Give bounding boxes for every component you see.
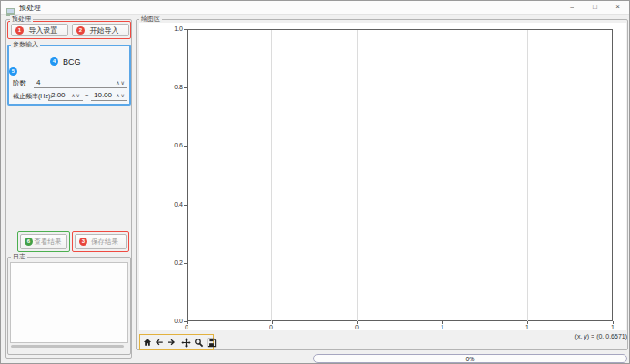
home-icon[interactable] [143, 337, 152, 349]
x-tick-label: 1 [604, 324, 622, 331]
cutoff-low-value: 2.00 [51, 91, 66, 99]
x-tick-label: 0 [178, 324, 196, 331]
cutoff-label: 截止频率(Hz): [13, 92, 52, 101]
app-icon [6, 4, 15, 12]
cutoff-high-value: 10.00 [94, 91, 112, 99]
order-value: 4 [36, 78, 40, 86]
start-import-button[interactable]: 2 开始导入 [72, 24, 129, 36]
x-tick-label: 0 [348, 324, 366, 331]
zoom-icon[interactable] [194, 337, 204, 349]
cutoff-low-spinbox[interactable]: 2.00 ∧∨ [48, 89, 83, 101]
minimize-button[interactable]: – [561, 1, 584, 15]
y-tick-label: 0.2 [161, 259, 183, 267]
order-spinbox[interactable]: 4 ∧∨ [34, 76, 127, 88]
cutoff-high-spinbox[interactable]: 10.00 ∧∨ [91, 89, 127, 101]
gridline [357, 30, 358, 321]
cursor-coords-readout: (x, y) = (0, 0.6571) [511, 333, 627, 339]
start-import-label: 开始导入 [83, 25, 119, 35]
y-tick-label: 0.8 [161, 84, 183, 91]
scrollbar-thumb[interactable] [11, 345, 124, 348]
x-tick-label: 0 [262, 324, 280, 331]
window-title: 预处理 [19, 1, 41, 15]
signal-type-value[interactable]: BCG [63, 57, 81, 66]
save-icon[interactable] [207, 337, 217, 349]
mpl-toolbar [139, 334, 214, 350]
back-arrow-icon[interactable] [155, 337, 164, 349]
badge-6: 6 [25, 238, 33, 246]
plot-axes [187, 29, 613, 321]
close-button[interactable]: × [606, 1, 629, 15]
maximize-button[interactable]: □ [584, 1, 606, 15]
import-settings-label: 导入设置 [22, 25, 58, 35]
x-tick-label: 1 [518, 324, 536, 331]
save-results-label: 保存结果 [83, 238, 118, 247]
gridline [527, 30, 528, 321]
y-tick-label: 0.6 [161, 142, 183, 149]
save-results-button[interactable]: 3 保存结果 [75, 234, 127, 249]
y-tick-marks [184, 29, 187, 322]
y-tick-label: 0.4 [161, 201, 183, 208]
cutoff-high-spinner-icon[interactable]: ∧∨ [116, 93, 126, 99]
app-window: 预处理 – □ × 预处理 1 导入设置 2 开始导入 参数输入 4 BCG 5… [0, 0, 630, 364]
progress-bar: 0% [313, 354, 627, 363]
gridline [442, 30, 442, 321]
cutoff-low-spinner-icon[interactable]: ∧∨ [71, 93, 81, 99]
pan-icon[interactable] [181, 337, 191, 349]
gridline [271, 30, 272, 321]
badge-3: 3 [79, 238, 87, 246]
badge-5: 5 [9, 67, 17, 76]
import-settings-button[interactable]: 1 导入设置 [11, 24, 68, 36]
x-tick-marks [187, 321, 614, 324]
log-group-label: 日志 [11, 253, 27, 260]
plot-group-label: 绘图区 [139, 15, 162, 23]
order-label: 阶数 [13, 79, 26, 88]
order-spinner-icon[interactable]: ∧∨ [116, 80, 126, 86]
cutoff-separator: ~ [85, 91, 88, 99]
log-horizontal-scrollbar[interactable] [10, 344, 128, 349]
badge-2: 2 [76, 26, 85, 35]
x-tick-label: 1 [433, 324, 452, 331]
window-controls: – □ × [561, 1, 629, 15]
y-tick-label: 1.0 [161, 25, 183, 33]
title-bar: 预处理 – □ × [1, 1, 629, 15]
param-group-label: 参数输入 [11, 41, 40, 48]
view-results-button[interactable]: 6 查看结果 [20, 234, 67, 249]
log-textarea[interactable] [10, 262, 128, 343]
forward-arrow-icon[interactable] [167, 337, 176, 349]
badge-4: 4 [50, 57, 58, 66]
badge-1: 1 [15, 26, 24, 35]
preprocess-group-label: 预处理 [10, 15, 33, 23]
